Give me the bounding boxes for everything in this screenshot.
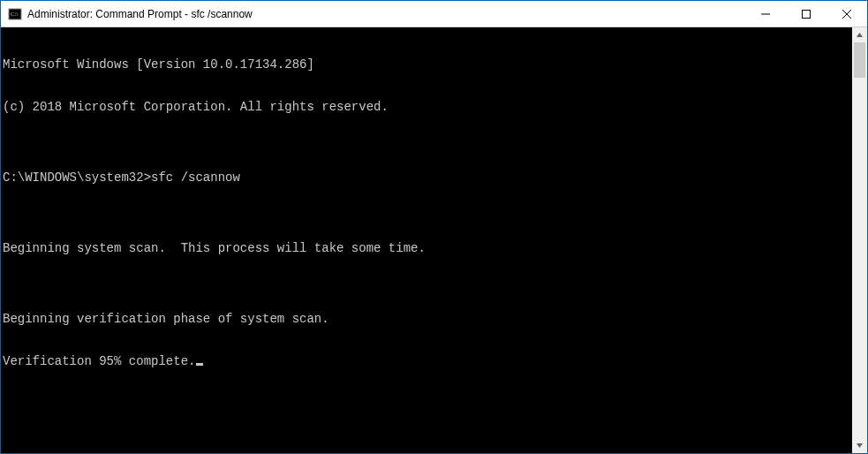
svg-rect-2 [761, 13, 770, 14]
chevron-up-icon [856, 31, 864, 39]
svg-text:C:\: C:\ [11, 11, 19, 18]
console-line: C:\WINDOWS\system32>sfc /scannow [3, 170, 852, 185]
console-line: Microsoft Windows [Version 10.0.17134.28… [3, 57, 852, 72]
console-line: Beginning verification phase of system s… [3, 312, 852, 326]
window-title: Administrator: Command Prompt - sfc /sca… [27, 8, 253, 20]
window-controls [745, 1, 867, 26]
titlebar[interactable]: C:\ Administrator: Command Prompt - sfc … [1, 1, 867, 27]
svg-marker-6 [857, 33, 863, 37]
command-prompt-icon: C:\ [8, 7, 22, 21]
text-cursor [196, 363, 203, 366]
scroll-down-button[interactable] [852, 438, 867, 453]
svg-marker-7 [857, 443, 863, 448]
scroll-up-button[interactable] [852, 27, 867, 42]
scroll-track[interactable] [852, 42, 867, 438]
console-line: Verification 95% complete. [3, 354, 852, 368]
maximize-icon [802, 10, 811, 19]
console-output[interactable]: Microsoft Windows [Version 10.0.17134.28… [1, 27, 852, 453]
svg-line-5 [842, 10, 851, 19]
console-line: Beginning system scan. This process will… [3, 241, 852, 255]
console-line: (c) 2018 Microsoft Corporation. All righ… [3, 100, 852, 114]
minimize-icon [761, 10, 770, 19]
maximize-button[interactable] [786, 1, 826, 26]
console-text: Verification 95% complete. [3, 354, 195, 368]
vertical-scrollbar[interactable] [852, 27, 867, 453]
svg-rect-3 [803, 10, 811, 18]
content-area: Microsoft Windows [Version 10.0.17134.28… [1, 27, 867, 453]
close-icon [842, 10, 851, 19]
scroll-thumb[interactable] [854, 42, 865, 78]
command-prompt-window: C:\ Administrator: Command Prompt - sfc … [0, 0, 868, 454]
chevron-down-icon [856, 442, 864, 450]
close-button[interactable] [826, 1, 867, 26]
svg-line-4 [842, 10, 851, 19]
minimize-button[interactable] [745, 1, 786, 26]
